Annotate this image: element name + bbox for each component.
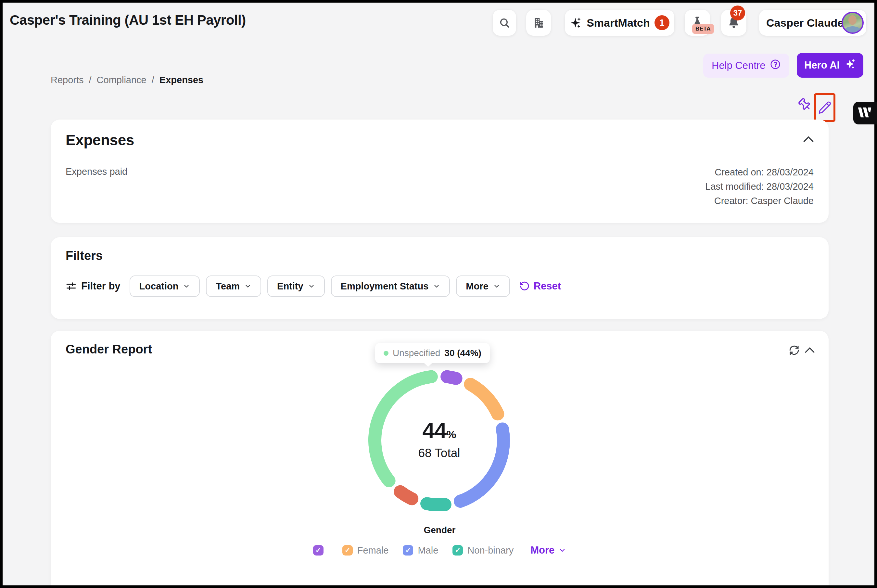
donut-total: 68 Total (387, 446, 491, 460)
sparkle-icon (570, 16, 582, 29)
donut-segment-Non-binary[interactable] (427, 504, 445, 505)
chevron-down-icon (493, 283, 500, 290)
legend-item: Male (403, 545, 438, 556)
expenses-collapse-button[interactable] (802, 134, 815, 144)
filter-team-label: Team (216, 281, 240, 292)
refresh-icon (789, 344, 800, 356)
donut-segment-Female[interactable] (470, 384, 498, 414)
smartmatch-label: SmartMatch (587, 16, 650, 29)
labs-button[interactable]: BETA (685, 10, 710, 36)
filter-location-button[interactable]: Location (130, 276, 200, 297)
reset-filters-button[interactable]: Reset (519, 280, 561, 292)
notifications-button[interactable]: 37 (721, 10, 747, 36)
chevron-down-icon (558, 546, 566, 554)
meta-created: Created on: 28/03/2024 (705, 165, 814, 179)
legend-label-non-binary: Non-binary (468, 545, 514, 556)
smartmatch-badge: 1 (655, 15, 669, 30)
pin-button[interactable] (796, 96, 813, 114)
search-button[interactable] (493, 10, 516, 36)
chevron-down-icon (183, 283, 190, 290)
filter-by-label: Filter by (81, 280, 120, 292)
breadcrumb-item-reports[interactable]: Reports (51, 75, 84, 86)
filter-row: Filter by Location Team Entity Employmen… (66, 276, 561, 297)
donut-segment-unlabeled[interactable] (447, 376, 456, 378)
donut-segment-unlabeled[interactable] (400, 492, 412, 499)
legend-item (313, 545, 328, 555)
pin-icon (797, 97, 813, 114)
legend-checkbox-male[interactable] (403, 545, 413, 555)
avatar (842, 12, 864, 34)
expenses-description: Expenses paid (66, 166, 127, 177)
annotation-highlight-box (814, 93, 835, 122)
filter-employment-status-button[interactable]: Employment Status (331, 276, 450, 297)
help-centre-label: Help Centre (712, 60, 765, 72)
reset-icon (519, 281, 530, 291)
legend-more-button[interactable]: More (531, 544, 566, 556)
sliders-icon (66, 280, 76, 292)
breadcrumb-item-expenses: Expenses (159, 75, 203, 86)
breadcrumb-item-compliance[interactable]: Compliance (97, 75, 147, 86)
filter-team-button[interactable]: Team (206, 276, 261, 297)
refresh-button[interactable] (789, 344, 800, 356)
filters-title: Filters (66, 249, 103, 263)
chevron-down-icon (244, 283, 252, 290)
legend-label-female: Female (357, 545, 389, 556)
filter-more-label: More (466, 281, 488, 292)
donut-percent-sign: % (446, 428, 456, 441)
notifications-badge: 37 (730, 6, 745, 21)
hero-ai-button[interactable]: Hero AI (797, 53, 864, 78)
profile-button[interactable]: Casper Claude (759, 10, 866, 36)
meta-modified: Last modified: 28/03/2024 (705, 179, 814, 194)
page-title: Casper's Training (AU 1st EH Payroll) (10, 12, 246, 28)
legend-checkbox-non-binary[interactable] (453, 545, 463, 555)
filter-entity-label: Entity (277, 281, 303, 292)
legend-item: Female (342, 545, 389, 556)
donut-center-text: 44% 68 Total (387, 418, 491, 460)
expenses-title: Expenses (66, 131, 134, 149)
chevron-down-icon (308, 283, 315, 290)
breadcrumb-separator: / (152, 75, 154, 86)
gender-collapse-button[interactable] (804, 346, 816, 354)
legend-checkbox-female[interactable] (342, 545, 353, 555)
chevron-up-icon (803, 135, 814, 143)
chevron-down-icon (433, 283, 440, 290)
breadcrumb: Reports / Compliance / Expenses (51, 75, 203, 86)
app-window: Casper's Training (AU 1st EH Payroll) (0, 0, 877, 588)
chart-axis-label: Gender (51, 525, 829, 536)
legend-checkbox-unlabeled[interactable] (313, 545, 324, 555)
filter-location-label: Location (139, 281, 178, 292)
expenses-meta: Created on: 28/03/2024 Last modified: 28… (705, 165, 814, 208)
filter-more-button[interactable]: More (456, 276, 510, 297)
meta-creator: Creator: Casper Claude (705, 194, 814, 208)
filter-employment-status-label: Employment Status (341, 281, 429, 292)
smartmatch-button[interactable]: SmartMatch 1 (565, 10, 674, 36)
organisation-button[interactable] (526, 10, 551, 36)
tooltip-series-dot (384, 351, 388, 356)
question-circle-icon (770, 59, 781, 72)
tooltip-value: 30 (44%) (444, 348, 481, 358)
edit-button[interactable] (817, 100, 832, 115)
help-centre-button[interactable]: Help Centre (703, 54, 789, 78)
breadcrumb-separator: / (89, 75, 91, 86)
building-icon (532, 16, 545, 29)
legend-more-label: More (531, 544, 555, 556)
gender-report-title: Gender Report (66, 342, 152, 356)
legend-label-male: Male (418, 545, 438, 556)
filter-by-label-group: Filter by (66, 280, 120, 292)
expenses-card: Expenses Expenses paid Created on: 28/03… (51, 120, 829, 223)
hero-ai-label: Hero AI (804, 60, 840, 71)
donut-percent-value: 44 (423, 418, 447, 443)
beta-badge: BETA (692, 24, 714, 34)
filter-entity-button[interactable]: Entity (267, 276, 325, 297)
reset-label: Reset (534, 280, 561, 292)
legend-item: Non-binary (453, 545, 514, 556)
chart-legend: Female Male Non-binary More (51, 544, 829, 557)
sparkle-icon (844, 58, 856, 72)
tooltip-label: Unspecified (393, 348, 440, 358)
filters-card: Filters Filter by Location Team Entity (51, 237, 829, 319)
side-drawer-tab[interactable] (853, 102, 877, 124)
profile-name: Casper Claude (766, 16, 844, 29)
gender-report-card: Gender Report Unspecified 30 (44%) 44% (51, 331, 829, 588)
chart-tooltip: Unspecified 30 (44%) (375, 343, 490, 363)
w-logo-icon (858, 106, 873, 120)
